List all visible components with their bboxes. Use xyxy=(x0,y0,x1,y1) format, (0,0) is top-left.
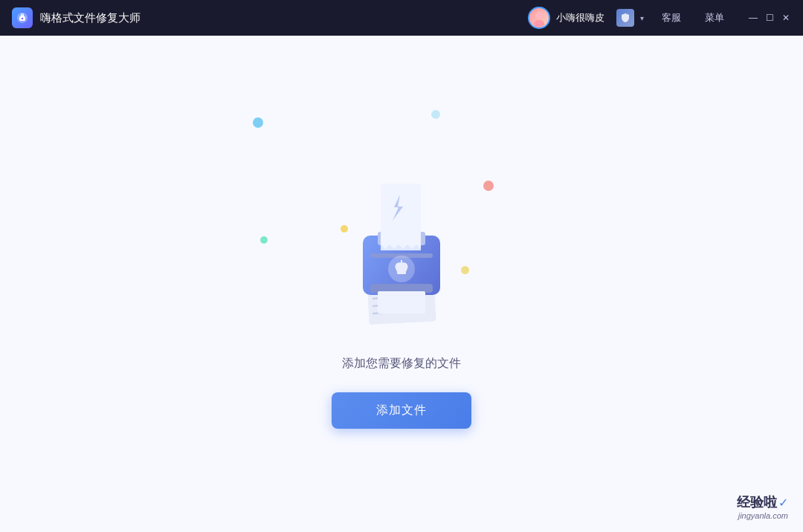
add-file-button[interactable]: 添加文件 xyxy=(332,392,471,429)
svg-point-2 xyxy=(534,20,544,27)
svg-rect-16 xyxy=(378,291,425,314)
watermark-line2: jingyanla.com xyxy=(738,511,788,520)
watermark-line1: 经验啦 xyxy=(737,493,777,511)
titlebar-left: 嗨格式文件修复大师 xyxy=(12,7,141,28)
badge-section[interactable]: ▾ xyxy=(616,9,644,27)
user-section[interactable]: 小嗨很嗨皮 xyxy=(528,7,604,29)
dot-red xyxy=(483,181,494,191)
minimize-button[interactable]: — xyxy=(748,13,758,23)
main-content: 添加您需要修复的文件 添加文件 经验啦 ✓ jingyanla.com xyxy=(0,36,803,532)
shield-icon xyxy=(616,9,634,27)
watermark: 经验啦 ✓ jingyanla.com xyxy=(737,493,788,520)
subtitle-text: 添加您需要修复的文件 xyxy=(342,356,461,372)
dot-blue xyxy=(253,117,263,128)
customer-service-button[interactable]: 客服 xyxy=(656,8,687,27)
maximize-button[interactable]: ☐ xyxy=(764,13,775,23)
titlebar-right: 小嗨很嗨皮 ▾ 客服 菜单 — ☐ ✕ xyxy=(528,7,791,29)
avatar xyxy=(528,7,550,29)
svg-point-0 xyxy=(22,18,23,19)
app-title: 嗨格式文件修复大师 xyxy=(40,11,141,25)
app-icon xyxy=(12,7,33,28)
watermark-check-icon: ✓ xyxy=(778,496,788,510)
svg-point-1 xyxy=(535,12,543,19)
window-controls: — ☐ ✕ xyxy=(748,13,791,23)
illustration xyxy=(327,139,476,332)
menu-button[interactable]: 菜单 xyxy=(699,8,730,27)
dot-green xyxy=(260,236,268,244)
dropdown-arrow-icon: ▾ xyxy=(640,14,644,22)
svg-rect-11 xyxy=(381,184,421,250)
close-button[interactable]: ✕ xyxy=(781,13,791,23)
svg-rect-14 xyxy=(397,271,406,274)
titlebar: 嗨格式文件修复大师 小嗨很嗨皮 ▾ 客服 菜单 — ☐ ✕ xyxy=(0,0,803,36)
user-name: 小嗨很嗨皮 xyxy=(556,11,604,25)
dot-light-blue xyxy=(431,110,440,119)
